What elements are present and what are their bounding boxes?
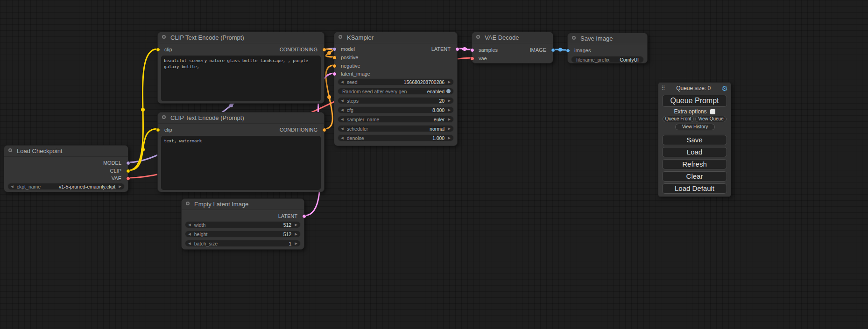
next-arrow-icon[interactable]: ▶ [448,116,451,123]
widget-seed[interactable]: ◀ seed 156680208700286 ▶ [338,78,454,85]
node-title-bar[interactable]: Empty Latent Image [182,199,304,210]
prev-arrow-icon[interactable]: ◀ [341,125,344,132]
node-title-bar[interactable]: Save Image [568,33,647,44]
slot-label: CLIP [110,167,128,175]
output-dot-clip[interactable] [126,169,130,173]
widget-width[interactable]: ◀ width 512 ▶ [185,221,301,228]
prev-arrow-icon[interactable]: ◀ [11,183,14,190]
view-history-button[interactable]: View History [675,124,715,130]
queue-front-button[interactable]: Queue Front [663,116,694,122]
node-title-bar[interactable]: Load Checkpoint [4,146,128,157]
output-dot-conditioning[interactable] [322,128,326,132]
node-title-bar[interactable]: KSampler [334,32,457,43]
toggle-dot[interactable] [446,89,451,93]
increment-arrow-icon[interactable]: ▶ [448,97,451,104]
output-slot-image[interactable]: IMAGE [472,46,553,54]
widget-ckpt-name[interactable]: ◀ ckpt_name v1-5-pruned-emaonly.ckpt ▶ [7,183,125,190]
widget-sampler-name[interactable]: ◀ sampler_name euler ▶ [338,116,454,123]
load-button[interactable]: Load [662,147,727,157]
clear-button[interactable]: Clear [662,171,727,182]
output-dot-conditioning[interactable] [322,48,326,52]
view-queue-button[interactable]: View Queue [695,116,727,122]
input-dot-images[interactable] [566,49,570,53]
slot-label: MODEL [103,159,128,167]
node-save-image[interactable]: Save Image images filename_prefix ComfyU… [567,33,648,63]
refresh-button[interactable]: Refresh [662,159,727,169]
input-slot-positive[interactable]: positive [334,54,457,61]
widget-cfg[interactable]: ◀ cfg 8.000 ▶ [338,106,454,113]
output-dot-latent[interactable] [455,47,459,51]
extra-options-checkbox[interactable] [710,109,715,114]
collapse-dot-icon[interactable] [162,115,166,119]
slot-label: vae [472,55,487,62]
output-slot-clip[interactable]: CLIP [4,167,128,175]
increment-arrow-icon[interactable]: ▶ [295,231,297,238]
output-dot-image[interactable] [551,48,555,52]
node-title-bar[interactable]: VAE Decode [472,32,553,43]
output-slot-vae[interactable]: VAE [4,175,128,182]
prompt-textarea[interactable]: beautiful scenery nature glass bottle la… [161,56,321,101]
output-slot-conditioning[interactable]: CONDITIONING [158,126,324,133]
graph-canvas[interactable]: Load Checkpoint MODEL CLIP VAE ◀ ckpt_na… [0,0,868,329]
output-slot-latent[interactable]: LATENT [182,212,304,220]
output-slot-conditioning[interactable]: CONDITIONING [158,46,324,53]
output-dot-model[interactable] [126,161,130,165]
load-default-button[interactable]: Load Default [662,183,727,194]
collapse-dot-icon[interactable] [8,148,12,152]
increment-arrow-icon[interactable]: ▶ [448,106,451,113]
increment-arrow-icon[interactable]: ▶ [295,221,297,228]
decrement-arrow-icon[interactable]: ◀ [188,221,191,228]
widget-height[interactable]: ◀ height 512 ▶ [185,231,301,238]
node-title-bar[interactable]: CLIP Text Encode (Prompt) [158,112,324,124]
collapse-dot-icon[interactable] [339,35,342,39]
decrement-arrow-icon[interactable]: ◀ [341,106,344,113]
increment-arrow-icon[interactable]: ▶ [448,134,451,141]
input-slot-vae[interactable]: vae [472,55,553,62]
widget-filename-prefix[interactable]: filename_prefix ComfyUI [571,56,644,63]
prev-arrow-icon[interactable]: ◀ [341,116,344,123]
drag-handle-icon[interactable]: ⠿ [661,85,665,91]
save-button[interactable]: Save [662,135,727,145]
queue-prompt-button[interactable]: Queue Prompt [662,95,727,107]
node-title-bar[interactable]: CLIP Text Encode (Prompt) [158,32,324,43]
widget-batch-size[interactable]: ◀ batch_size 1 ▶ [185,240,301,247]
input-slot-negative[interactable]: negative [334,62,457,70]
node-clip-text-encode-negative[interactable]: CLIP Text Encode (Prompt) clip CONDITION… [157,112,325,192]
input-slot-latent-image[interactable]: latent_image [334,70,457,77]
input-dot-latent-image[interactable] [332,72,337,76]
increment-arrow-icon[interactable]: ▶ [448,78,451,85]
node-clip-text-encode-positive[interactable]: CLIP Text Encode (Prompt) clip CONDITION… [157,32,325,104]
input-dot-vae[interactable] [470,56,474,61]
next-arrow-icon[interactable]: ▶ [119,183,121,190]
output-dot-latent[interactable] [302,214,306,218]
widget-denoise[interactable]: ◀ denoise 1.000 ▶ [338,134,454,141]
widget-steps[interactable]: ◀ steps 20 ▶ [338,97,454,104]
input-dot-negative[interactable] [332,64,337,68]
prompt-textarea[interactable]: text, watermark [161,136,321,190]
input-slot-images[interactable]: images [568,47,647,54]
widget-control-after-generate[interactable]: Random seed after every gen enabled [338,88,454,95]
node-empty-latent-image[interactable]: Empty Latent Image LATENT ◀ width 512 ▶ … [181,198,304,250]
decrement-arrow-icon[interactable]: ◀ [188,231,191,238]
output-slot-model[interactable]: MODEL [4,159,128,167]
node-vae-decode[interactable]: VAE Decode samples IMAGE vae [472,32,553,63]
decrement-arrow-icon[interactable]: ◀ [341,97,344,104]
increment-arrow-icon[interactable]: ▶ [295,240,297,247]
output-slot-latent[interactable]: LATENT [334,45,457,53]
collapse-dot-icon[interactable] [162,35,166,39]
widget-scheduler[interactable]: ◀ scheduler normal ▶ [338,125,454,132]
decrement-arrow-icon[interactable]: ◀ [341,78,344,85]
node-load-checkpoint[interactable]: Load Checkpoint MODEL CLIP VAE ◀ ckpt_na… [4,145,128,192]
output-dot-vae[interactable] [126,176,130,181]
collapse-dot-icon[interactable] [186,202,190,205]
node-title: Empty Latent Image [194,201,248,208]
decrement-arrow-icon[interactable]: ◀ [188,240,191,247]
settings-gear-icon[interactable]: ⚙ [722,85,728,92]
collapse-dot-icon[interactable] [572,36,576,40]
slot-label: latent_image [334,70,370,77]
next-arrow-icon[interactable]: ▶ [448,125,451,132]
collapse-dot-icon[interactable] [476,35,480,39]
node-ksampler[interactable]: KSampler model LATENT positive negative … [334,32,458,146]
decrement-arrow-icon[interactable]: ◀ [341,134,344,141]
input-dot-positive[interactable] [332,56,337,60]
